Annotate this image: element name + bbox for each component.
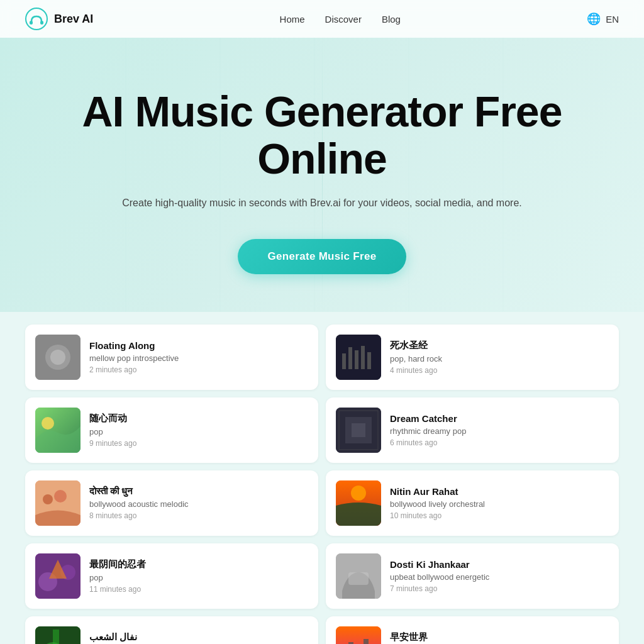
- card-thumbnail-zaoan-shijie: [336, 626, 381, 644]
- card-tags-zuiyin-renzhezhe: pop: [89, 573, 308, 582]
- nav-discover[interactable]: Discover: [325, 14, 362, 25]
- svg-point-10: [50, 350, 65, 365]
- card-time-sishui-shengjing: 4 minutes ago: [390, 366, 609, 375]
- card-time-dosti-ki-dhun: 8 minutes ago: [89, 511, 308, 520]
- card-tags-sishui-shengjing: pop, hard rock: [390, 354, 609, 364]
- card-tags-suixin-erdong: pop: [89, 427, 308, 436]
- card-time-dosti-ki-jhankaar: 7 minutes ago: [390, 584, 609, 593]
- card-thumbnail-suixin-erdong: [35, 408, 80, 453]
- svg-rect-14: [355, 350, 358, 369]
- card-info-dosti-ki-jhankaar: Dosti Ki Jhankaar upbeat bollywood energ…: [390, 559, 609, 593]
- nav-blog[interactable]: Blog: [382, 14, 401, 25]
- hero-subtitle: Create high-quality music in seconds wit…: [25, 197, 619, 209]
- card-title-dosti-ki-jhankaar: Dosti Ki Jhankaar: [390, 559, 609, 570]
- svg-rect-36: [336, 626, 381, 644]
- thumb-art-dosti-ki-dhun: [35, 480, 80, 526]
- card-title-zuiyin-renzhezhe: 最阴间的忍者: [89, 558, 308, 570]
- card-time-zuiyin-renzhezhe: 11 minutes ago: [89, 585, 308, 594]
- brand: Brev AI: [25, 8, 93, 30]
- card-title-suixin-erdong: 随心而动: [89, 413, 308, 425]
- thumb-art-sishui-shengjing: [336, 335, 381, 380]
- card-thumbnail-floating-along: [35, 335, 80, 380]
- svg-point-0: [26, 8, 47, 30]
- card-time-suixin-erdong: 9 minutes ago: [89, 439, 308, 448]
- language-label: EN: [606, 14, 619, 25]
- music-card-zaoan-shijie[interactable]: 早安世界 lively pop 12 minutes ago: [326, 616, 619, 644]
- card-tags-floating-along: mellow pop introspective: [89, 353, 308, 363]
- card-tags-dosti-ki-jhankaar: upbeat bollywood energetic: [390, 572, 609, 582]
- card-title-dosti-ki-dhun: दोस्ती की धुन: [89, 486, 308, 497]
- cards-grid: Floating Along mellow pop introspective …: [25, 325, 619, 644]
- music-card-dosti-ki-jhankaar[interactable]: Dosti Ki Jhankaar upbeat bollywood energ…: [326, 543, 619, 609]
- logo-icon: [25, 8, 48, 30]
- card-time-dream-catcher: 6 minutes ago: [390, 438, 609, 447]
- svg-rect-16: [367, 352, 371, 369]
- music-card-floating-along[interactable]: Floating Along mellow pop introspective …: [25, 325, 318, 390]
- card-tags-dosti-ki-dhun: bollywood acoustic melodic: [89, 499, 308, 509]
- music-cards-section: Floating Along mellow pop introspective …: [0, 312, 644, 644]
- thumb-art-nafa-al-shaab: [35, 626, 80, 644]
- card-thumbnail-zuiyin-renzhezhe: [35, 553, 80, 599]
- card-info-suixin-erdong: 随心而动 pop 9 minutes ago: [89, 413, 308, 448]
- header: Brev AI Home Discover Blog 🌐 EN: [0, 0, 644, 38]
- thumb-art-floating-along: [35, 335, 80, 380]
- card-info-nitin-aur-rahat: Nitin Aur Rahat bollywood lively orchest…: [390, 486, 609, 520]
- card-title-sishui-shengjing: 死水圣经: [390, 340, 609, 352]
- card-title-dream-catcher: Dream Catcher: [390, 413, 609, 424]
- music-card-dosti-ki-dhun[interactable]: दोस्ती की धुन bollywood acoustic melodic…: [25, 470, 318, 536]
- hero-title: AI Music Generator Free Online: [25, 88, 619, 182]
- thumb-art-zuiyin-renzhezhe: [35, 553, 80, 599]
- svg-rect-12: [342, 353, 346, 369]
- card-title-nafa-al-shaab: نفال الشعب: [89, 631, 308, 643]
- card-info-dream-catcher: Dream Catcher rhythmic dreamy pop 6 minu…: [390, 413, 609, 447]
- card-time-nitin-aur-rahat: 10 minutes ago: [390, 511, 609, 520]
- svg-rect-2: [40, 21, 43, 25]
- svg-rect-22: [352, 423, 365, 437]
- thumb-art-zaoan-shijie: [336, 626, 381, 644]
- card-info-nafa-al-shaab: نفال الشعب راپ اندفاعي ثاري 12 minutes a…: [89, 631, 308, 644]
- music-card-dream-catcher[interactable]: Dream Catcher rhythmic dreamy pop 6 minu…: [326, 397, 619, 463]
- language-selector[interactable]: 🌐 EN: [587, 12, 619, 26]
- hero-section: AI Music Generator Free Online Create hi…: [0, 38, 644, 312]
- card-time-floating-along: 2 minutes ago: [89, 365, 308, 374]
- card-tags-nitin-aur-rahat: bollywood lively orchestral: [390, 499, 609, 509]
- svg-point-24: [43, 494, 53, 504]
- svg-rect-37: [348, 642, 353, 644]
- svg-point-27: [351, 486, 366, 501]
- music-card-suixin-erdong[interactable]: 随心而动 pop 9 minutes ago: [25, 397, 318, 463]
- card-thumbnail-dosti-ki-dhun: [35, 480, 80, 526]
- thumb-art-suixin-erdong: [35, 408, 80, 453]
- card-tags-dream-catcher: rhythmic dreamy pop: [390, 426, 609, 436]
- svg-rect-39: [364, 639, 369, 644]
- svg-rect-33: [348, 572, 369, 585]
- main-nav: Home Discover Blog: [280, 14, 401, 25]
- card-thumbnail-nafa-al-shaab: [35, 626, 80, 644]
- card-info-sishui-shengjing: 死水圣经 pop, hard rock 4 minutes ago: [390, 340, 609, 375]
- card-thumbnail-sishui-shengjing: [336, 335, 381, 380]
- svg-rect-1: [30, 21, 33, 25]
- music-card-nitin-aur-rahat[interactable]: Nitin Aur Rahat bollywood lively orchest…: [326, 470, 619, 536]
- svg-rect-15: [361, 346, 365, 369]
- card-thumbnail-nitin-aur-rahat: [336, 480, 381, 526]
- music-card-zuiyin-renzhezhe[interactable]: 最阴间的忍者 pop 11 minutes ago: [25, 543, 318, 609]
- card-title-floating-along: Floating Along: [89, 340, 308, 351]
- thumb-art-dosti-ki-jhankaar: [336, 553, 381, 599]
- music-card-sishui-shengjing[interactable]: 死水圣经 pop, hard rock 4 minutes ago: [326, 325, 619, 390]
- card-info-zaoan-shijie: 早安世界 lively pop 12 minutes ago: [390, 631, 609, 644]
- card-title-zaoan-shijie: 早安世界: [390, 631, 609, 643]
- brand-name: Brev AI: [54, 13, 93, 26]
- card-info-zuiyin-renzhezhe: 最阴间的忍者 pop 11 minutes ago: [89, 558, 308, 594]
- music-card-nafa-al-shaab[interactable]: نفال الشعب راپ اندفاعي ثاري 12 minutes a…: [25, 616, 318, 644]
- nav-home[interactable]: Home: [280, 14, 305, 25]
- svg-rect-13: [348, 347, 352, 369]
- thumb-art-nitin-aur-rahat: [336, 480, 381, 526]
- card-info-dosti-ki-dhun: दोस्ती की धुन bollywood acoustic melodic…: [89, 486, 308, 520]
- card-thumbnail-dream-catcher: [336, 408, 381, 453]
- svg-point-18: [42, 417, 54, 430]
- hero-content: AI Music Generator Free Online Create hi…: [25, 88, 619, 274]
- card-thumbnail-dosti-ki-jhankaar: [336, 553, 381, 599]
- svg-point-25: [54, 490, 67, 502]
- generate-music-button[interactable]: Generate Music Free: [238, 239, 407, 274]
- thumb-art-dream-catcher: [336, 408, 381, 453]
- card-info-floating-along: Floating Along mellow pop introspective …: [89, 340, 308, 374]
